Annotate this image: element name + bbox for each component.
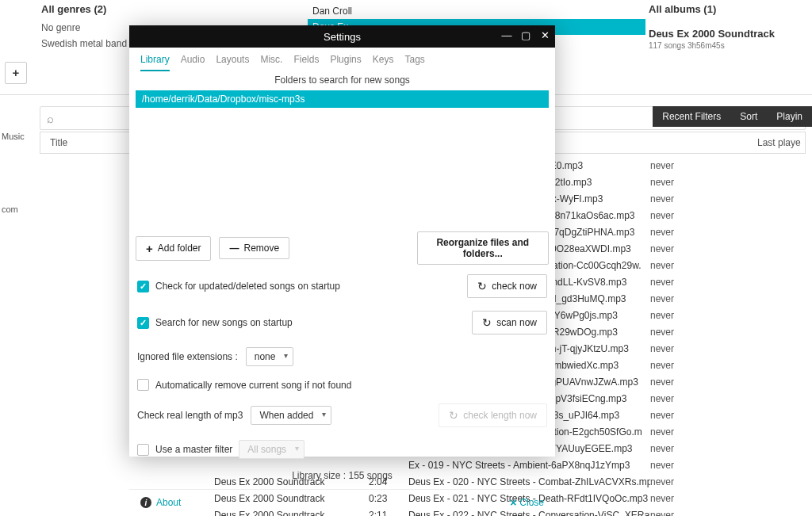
- scan-now-label: scan now: [496, 317, 537, 328]
- song-last-played: never: [650, 193, 690, 204]
- reorganize-button[interactable]: Reorganize files and folders...: [417, 231, 549, 265]
- check-updated-label: Check for updated/deleted songs on start…: [155, 281, 340, 292]
- song-last-played: never: [650, 210, 690, 221]
- check-length-select[interactable]: When added: [251, 406, 331, 425]
- side-music-label[interactable]: Music: [0, 132, 32, 141]
- add-folder-label: Add folder: [158, 243, 201, 254]
- song-last-played: never: [650, 410, 690, 421]
- dialog-tabs: LibraryAudioLayoutsMisc.FieldsPluginsKey…: [129, 48, 555, 71]
- genres-title: All genres (2): [41, 3, 301, 15]
- library-size-label: Library size : 155 songs: [129, 465, 555, 489]
- folder-entry-selected[interactable]: /home/derrik/Data/Dropbox/misc-mp3s: [136, 90, 549, 108]
- check-length-now-button: check length now: [439, 403, 547, 427]
- tab-plugins[interactable]: Plugins: [330, 54, 361, 71]
- about-label: About: [156, 497, 181, 508]
- song-last-played: never: [650, 260, 690, 271]
- tab-fields[interactable]: Fields: [293, 54, 319, 71]
- song-last-played: never: [650, 293, 690, 304]
- master-filter-label: Use a master filter: [155, 444, 232, 455]
- song-last-played: never: [650, 243, 690, 254]
- tab-misc[interactable]: Misc.: [260, 54, 282, 71]
- album-meta: 117 songs 3h56m45s: [649, 41, 806, 50]
- song-last-played: never: [650, 510, 690, 517]
- artist-item[interactable]: Dan Croll: [308, 3, 645, 19]
- auto-remove-label: Automatically remove current song if not…: [155, 380, 351, 391]
- song-last-played: never: [650, 177, 690, 188]
- settings-dialog: Settings — ▢ ✕ LibraryAudioLayoutsMisc.F…: [129, 25, 555, 457]
- song-last-played: never: [650, 160, 690, 171]
- add-tab-button[interactable]: [5, 62, 27, 84]
- add-folder-button[interactable]: Add folder: [136, 236, 211, 261]
- albums-panel: All albums (1) Deus Ex 2000 Soundtrack 1…: [645, 0, 812, 94]
- tab-tags[interactable]: Tags: [404, 54, 424, 71]
- ignored-ext-select[interactable]: none: [246, 347, 294, 366]
- ignored-ext-value: none: [255, 351, 276, 362]
- plus-icon: [146, 242, 153, 255]
- close-icon: [510, 496, 516, 509]
- search-new-checkbox[interactable]: ✓: [137, 317, 149, 329]
- dialog-titlebar[interactable]: Settings — ▢ ✕: [129, 25, 555, 48]
- tab-library[interactable]: Library: [140, 54, 170, 71]
- master-filter-select: All songs: [239, 440, 304, 459]
- ignored-ext-label: Ignored file extensions :: [137, 351, 238, 362]
- tab-layouts[interactable]: Layouts: [216, 54, 249, 71]
- refresh-icon: [449, 409, 458, 422]
- close-label: Close: [519, 497, 544, 508]
- song-last-played: never: [650, 227, 690, 238]
- check-now-button[interactable]: check now: [467, 274, 547, 298]
- albums-title: All albums (1): [649, 3, 806, 15]
- minimize-button[interactable]: —: [500, 28, 514, 42]
- song-last-played: never: [650, 310, 690, 321]
- folders-subheader: Folders to search for new songs: [129, 71, 555, 90]
- scan-now-button[interactable]: scan now: [472, 311, 547, 334]
- sort-button[interactable]: Sort: [730, 111, 767, 122]
- minus-icon: [229, 243, 239, 254]
- song-last-played: never: [650, 393, 690, 404]
- song-last-played: never: [650, 343, 690, 354]
- folder-list[interactable]: /home/derrik/Data/Dropbox/misc-mp3s: [136, 90, 549, 225]
- album-name[interactable]: Deus Ex 2000 Soundtrack: [649, 28, 806, 40]
- check-length-value: When added: [259, 410, 313, 421]
- close-window-button[interactable]: ✕: [538, 28, 552, 42]
- check-length-label: Check real length of mp3: [137, 410, 243, 421]
- plus-icon: [13, 66, 20, 80]
- master-filter-value: All songs: [247, 444, 286, 455]
- auto-remove-checkbox[interactable]: [137, 379, 149, 391]
- check-now-label: check now: [492, 281, 537, 292]
- side-com-label[interactable]: com: [0, 204, 32, 214]
- close-link[interactable]: Close: [510, 496, 544, 509]
- tab-keys[interactable]: Keys: [373, 54, 394, 71]
- remove-folder-button[interactable]: Remove: [219, 237, 289, 259]
- refresh-icon: [477, 280, 487, 292]
- about-link[interactable]: i About: [140, 497, 181, 508]
- tab-audio[interactable]: Audio: [181, 54, 205, 71]
- check-updated-checkbox[interactable]: ✓: [137, 281, 149, 292]
- song-last-played: never: [650, 460, 690, 471]
- filter-bar: Recent Filters Sort Playin: [653, 106, 812, 127]
- info-icon: i: [140, 497, 151, 508]
- reorganize-label: Reorganize files and folders...: [427, 237, 538, 259]
- dialog-title: Settings: [324, 31, 361, 43]
- song-last-played: never: [650, 493, 690, 504]
- playing-button[interactable]: Playin: [767, 111, 812, 122]
- song-last-played: never: [650, 376, 690, 388]
- recent-filters-button[interactable]: Recent Filters: [653, 111, 730, 122]
- song-last-played: never: [650, 443, 690, 454]
- song-last-played: never: [650, 360, 690, 371]
- song-last-played: never: [650, 327, 690, 338]
- maximize-button[interactable]: ▢: [519, 28, 533, 42]
- master-filter-checkbox[interactable]: [137, 444, 149, 456]
- song-last-played: never: [650, 277, 690, 288]
- column-last-played[interactable]: Last playe: [757, 137, 805, 148]
- search-icon: [47, 112, 54, 125]
- remove-label: Remove: [243, 243, 279, 254]
- check-length-now-label: check length now: [463, 410, 537, 421]
- search-new-label: Search for new songs on startup: [155, 317, 293, 328]
- refresh-icon: [482, 316, 492, 329]
- song-last-played: never: [650, 476, 690, 487]
- song-last-played: never: [650, 426, 690, 438]
